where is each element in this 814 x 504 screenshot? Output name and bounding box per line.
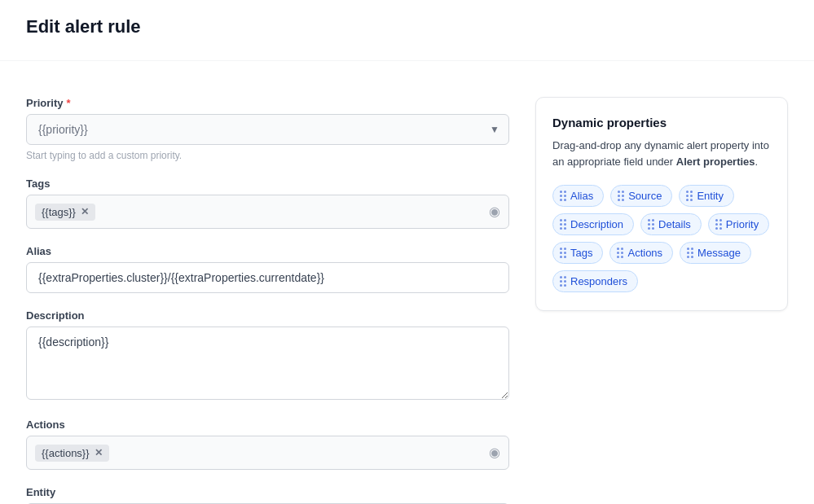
property-tag-label: Description xyxy=(570,218,623,230)
dynamic-properties-card: Dynamic properties Drag-and-drop any dyn… xyxy=(535,97,788,311)
priority-select-wrapper: {{priority}} ▼ xyxy=(26,114,509,145)
property-tag-label: Source xyxy=(628,190,662,202)
priority-hint: Start typing to add a custom priority. xyxy=(26,150,509,161)
priority-select[interactable]: {{priority}} xyxy=(26,114,509,145)
actions-label: Actions xyxy=(26,419,509,431)
property-tag-tags[interactable]: Tags xyxy=(552,242,603,264)
tags-input[interactable]: {{tags}} ✕ ◉ xyxy=(26,195,509,229)
property-tag-message[interactable]: Message xyxy=(680,242,751,264)
actions-chip: {{actions}} ✕ xyxy=(35,445,109,462)
drag-icon xyxy=(687,248,693,258)
drag-icon xyxy=(560,191,566,201)
property-tag-label: Alias xyxy=(570,190,593,202)
drag-icon xyxy=(560,276,566,287)
property-tag-details[interactable]: Details xyxy=(640,213,702,235)
drag-icon xyxy=(686,191,693,201)
property-tag-label: Entity xyxy=(697,190,724,202)
actions-input[interactable]: {{actions}} ✕ ◉ xyxy=(26,436,509,470)
property-tag-source[interactable]: Source xyxy=(610,185,672,207)
content-area: Priority * {{priority}} ▼ Start typing t… xyxy=(0,77,814,504)
drag-icon xyxy=(617,248,623,258)
property-tag-label: Message xyxy=(697,247,741,259)
property-tag-label: Priority xyxy=(726,218,759,230)
property-tags-container: Alias Source Entity Description xyxy=(552,185,771,292)
description-label: Description xyxy=(26,309,509,322)
property-tag-label: Actions xyxy=(627,247,662,259)
entity-label: Entity xyxy=(26,486,509,498)
property-tag-entity[interactable]: Entity xyxy=(679,185,734,207)
alias-field-group: Alias xyxy=(26,245,509,293)
actions-clear-button[interactable]: ◉ xyxy=(489,446,500,459)
divider xyxy=(0,60,814,61)
property-tag-description[interactable]: Description xyxy=(552,213,634,235)
drag-icon xyxy=(618,191,624,201)
tags-chip: {{tags}} ✕ xyxy=(35,204,95,221)
drag-icon xyxy=(715,219,722,230)
drag-icon xyxy=(648,219,654,230)
property-tag-actions[interactable]: Actions xyxy=(609,242,673,264)
page: Edit alert rule Priority * {{priority}} … xyxy=(0,0,814,504)
description-input[interactable]: {{description}} xyxy=(26,327,509,400)
dynamic-properties-description: Drag-and-drop any dynamic alert property… xyxy=(552,138,771,170)
property-tag-label: Responders xyxy=(570,275,627,287)
actions-field-group: Actions {{actions}} ✕ ◉ xyxy=(26,419,509,470)
property-tag-label: Tags xyxy=(570,247,592,259)
description-field-group: Description {{description}} xyxy=(26,309,509,402)
left-panel: Priority * {{priority}} ▼ Start typing t… xyxy=(26,97,509,504)
tags-clear-button[interactable]: ◉ xyxy=(489,205,500,218)
priority-label: Priority * xyxy=(26,97,509,109)
drag-icon xyxy=(560,248,566,258)
tags-chip-remove[interactable]: ✕ xyxy=(81,206,89,217)
alias-input[interactable] xyxy=(26,262,509,293)
actions-chip-remove[interactable]: ✕ xyxy=(95,447,103,458)
priority-field-group: Priority * {{priority}} ▼ Start typing t… xyxy=(26,97,509,161)
dynamic-properties-title: Dynamic properties xyxy=(552,116,771,129)
drag-icon xyxy=(560,219,566,230)
alias-label: Alias xyxy=(26,245,509,257)
page-title: Edit alert rule xyxy=(0,0,814,37)
tags-label: Tags xyxy=(26,177,509,190)
tags-field-group: Tags {{tags}} ✕ ◉ xyxy=(26,177,509,229)
property-tag-priority[interactable]: Priority xyxy=(708,213,769,235)
priority-required-indicator: * xyxy=(67,97,71,109)
property-tag-label: Details xyxy=(658,218,691,230)
property-tag-alias[interactable]: Alias xyxy=(552,185,604,207)
right-panel: Dynamic properties Drag-and-drop any dyn… xyxy=(535,97,788,504)
property-tag-responders[interactable]: Responders xyxy=(552,270,638,292)
entity-field-group: Entity xyxy=(26,486,509,504)
